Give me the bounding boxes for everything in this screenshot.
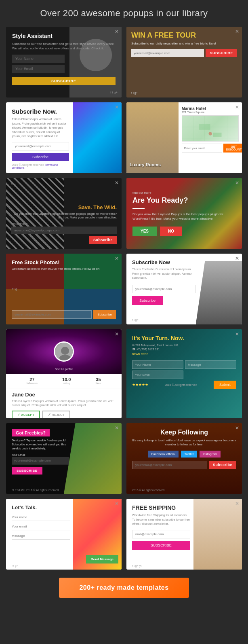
free-stock-input-row: Subscribe [12, 310, 116, 319]
close-icon[interactable]: ✕ [115, 104, 119, 110]
close-icon[interactable]: ✕ [115, 256, 119, 261]
free-shipping-email-input[interactable] [132, 530, 190, 538]
wild-subscribe-btn[interactable]: Subscribe [89, 236, 117, 244]
social-icons: f t g [11, 183, 117, 186]
card-free-stock-desc: Get instant access to over 50,000 free s… [12, 267, 116, 271]
see-full-profile[interactable]: See full profile [55, 368, 73, 371]
reject-btn[interactable]: ✗ REJECT [42, 411, 70, 419]
close-icon[interactable]: ✕ [235, 331, 239, 337]
card-keep-following-content: Keep Following It's easy to keep in touc… [126, 423, 242, 475]
footer-year: 2016 © All rights reserved [132, 489, 164, 491]
your-turn-message-input[interactable] [185, 360, 236, 369]
card-freebies-content: Got Freebies? Designer? Try our weekly f… [6, 423, 122, 480]
close-icon[interactable]: ✕ [115, 180, 119, 186]
freebies-email-input[interactable] [12, 457, 69, 464]
style-assistant-subscribe-btn[interactable]: SUBSCRIBE [12, 77, 116, 85]
row-6: ✕ Got Freebies? Designer? Try our weekly… [6, 423, 242, 494]
read-more-link[interactable]: READ FREE [132, 353, 236, 356]
svg-point-11 [61, 347, 69, 355]
card-wild-content: f t g Save. The Wild. Do you know that L… [6, 178, 122, 249]
svg-rect-7 [199, 124, 210, 130]
subscribe-man-btn[interactable]: Subscribe [132, 296, 163, 305]
send-message-btn[interactable]: Send Message [86, 555, 118, 564]
subscribe-now-email-input[interactable] [12, 142, 69, 150]
marina-email-input[interactable] [182, 144, 222, 153]
card-ready-desc: Do you know that Layered Popups is the b… [132, 212, 236, 221]
card-lets-talk: ✕ Let's Talk. Send Message f t g+ [6, 499, 122, 570]
year-label: 2016 © All rights reserved [165, 383, 197, 386]
close-icon[interactable]: ✕ [115, 331, 119, 337]
instagram-btn[interactable]: Instagram [200, 451, 221, 458]
close-icon[interactable]: ✕ [235, 425, 239, 431]
keep-following-subscribe-btn[interactable]: Subscribe [209, 461, 236, 469]
yes-btn[interactable]: YES [132, 227, 157, 236]
title-line1: It's Your Turn. [132, 335, 169, 341]
row-7: ✕ Let's Talk. Send Message f t g+ ✕ FREE… [6, 499, 242, 570]
find-out-text: find out more [132, 191, 236, 195]
card-win-tour: ✕ WIN A FREE TOUR Subscribe to our daily… [126, 27, 242, 97]
cta-button[interactable]: 200+ ready made templates [59, 578, 189, 598]
subscribe-man-email-input[interactable] [132, 285, 196, 293]
twitter-btn[interactable]: Twitter [181, 451, 197, 458]
accept-btn[interactable]: ✓ ACCEPT [12, 411, 40, 419]
card-jane-bottom: Jane Doe This is Layered Popup's version… [6, 388, 122, 418]
card-jane-top: ✕ See full profile [6, 329, 122, 374]
stats-row: 27 followers 10.0 rating 35 likes [6, 374, 122, 388]
lets-talk-message-input[interactable] [12, 532, 70, 540]
lets-talk-name-input[interactable] [12, 514, 70, 521]
free-shipping-subscribe-btn[interactable]: SUBSCRIBE [132, 541, 190, 550]
card-free-shipping-content: FREE SHIPPING Worldwide free Shipping fo… [126, 499, 196, 555]
likes-label: likes [95, 382, 101, 385]
style-assistant-email-input[interactable] [12, 65, 65, 73]
close-icon[interactable]: ✕ [115, 29, 119, 34]
subscribe-now-btn[interactable]: Subscribe [12, 153, 69, 161]
wild-email-input[interactable] [11, 227, 117, 234]
close-icon[interactable]: ✕ [235, 501, 239, 506]
close-icon[interactable]: ✕ [115, 501, 119, 506]
close-icon[interactable]: ✕ [235, 29, 239, 34]
card-jane: ✕ See full profile 27 followers 10.0 [6, 329, 122, 418]
main-title: Over 200 awesome popups in our library [6, 8, 242, 19]
card-subscribe-now-content: Subscribe Now. This is Photoshop's versi… [12, 108, 69, 169]
card-wild: ✕ f t g Save. The Wild. Do you know that… [6, 178, 122, 249]
card-keep-following-desc: It's easy to keep in touch with us! Just… [132, 439, 236, 447]
card-subscribe-now-desc: This is Photoshop's version of Lorem Ips… [12, 117, 69, 139]
title-normal: Save. [78, 204, 92, 210]
your-turn-name-input[interactable] [132, 360, 183, 369]
card-free-shipping-title: FREE SHIPPING [132, 504, 190, 511]
footer-bar: f t End.Me. 2016 © All rights reserved [12, 489, 59, 491]
row-4: ✕ Free Stock Photos! Get instant access … [6, 254, 242, 324]
card-ready-divider [132, 208, 145, 209]
card-style-assistant-desc: Subscribe to our free newsletter and get… [12, 42, 116, 51]
freebies-subscribe-btn[interactable]: SUBSCRIBE [12, 467, 42, 475]
lets-talk-email-input[interactable] [12, 523, 70, 530]
close-icon[interactable]: ✕ [235, 180, 239, 186]
free-stock-subscribe-btn[interactable]: Subscribe [93, 310, 116, 319]
win-tour-subscribe-btn[interactable]: SUBSCRIBE [206, 49, 237, 57]
card-your-turn-bottom-row: ★★★★★ 2016 © All rights reserved Submit [132, 381, 236, 389]
win-tour-email-input[interactable] [131, 49, 204, 57]
card-free-stock-title: Free Stock Photos! [12, 259, 116, 265]
phone-line: ☎ +7 (763) 9123 231 [132, 347, 236, 352]
style-assistant-name-input[interactable] [12, 55, 65, 63]
footer-year: 2019 © All rights reserved [12, 163, 44, 166]
keep-following-email-input[interactable] [132, 461, 207, 469]
card-your-turn: ✕ It's Your Turn. Now. ✉ 228 Abbey road,… [126, 329, 242, 418]
close-icon[interactable]: ✕ [235, 256, 239, 261]
facebook-btn[interactable]: Facebook official [148, 451, 179, 458]
submit-btn[interactable]: Submit [214, 381, 236, 389]
free-stock-email-input[interactable] [12, 310, 92, 319]
card-subscribe-man-content: Subscribe Now This is Photoshop's versio… [126, 254, 202, 324]
no-btn[interactable]: NO [160, 227, 182, 236]
row-2: ✕ Subscribe Now. This is Photoshop's ver… [6, 102, 242, 173]
close-icon[interactable]: ✕ [115, 425, 119, 431]
rating-label: rating [62, 382, 71, 385]
get-discount-btn[interactable]: GET DISCOUNT [223, 144, 242, 153]
row-5: ✕ See full profile 27 followers 10.0 [6, 329, 242, 418]
card-wild-title: Save. The Wild. [11, 204, 117, 210]
your-turn-email-input[interactable] [132, 371, 183, 379]
close-icon[interactable]: ✕ [235, 104, 239, 110]
rating-count: 10.0 [62, 377, 71, 382]
map-area [182, 115, 239, 142]
card-win-tour-title: WIN A FREE TOUR [131, 32, 237, 40]
